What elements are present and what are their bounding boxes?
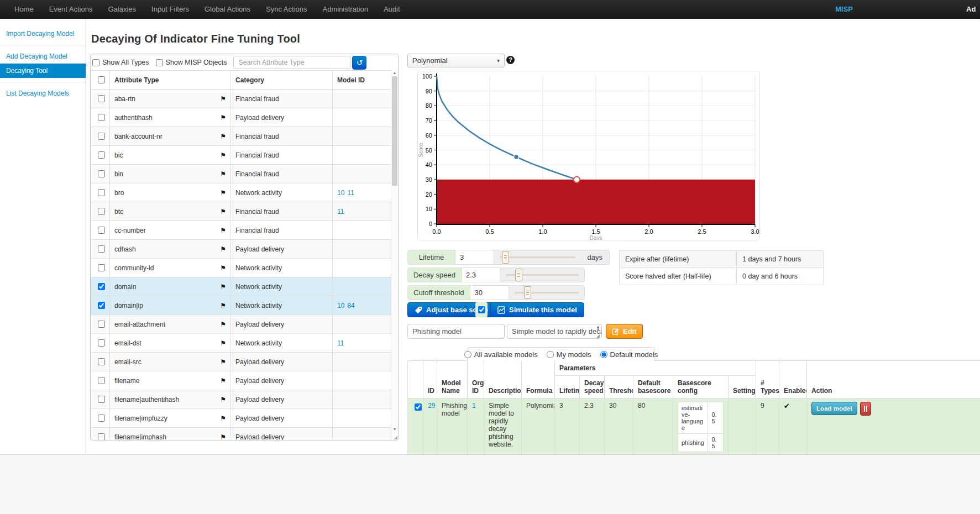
model-id-link[interactable]: 10 — [337, 302, 344, 310]
table-row: btc⚑Financial fraud11 — [91, 202, 392, 221]
attribute-row-checkbox[interactable] — [98, 133, 105, 140]
x-axis-label: Days — [590, 235, 602, 240]
show-all-types-checkbox[interactable] — [92, 59, 99, 66]
model-id-link[interactable]: 29 — [428, 402, 435, 410]
attribute-row-checkbox[interactable] — [98, 227, 105, 234]
model-id-link[interactable]: 84 — [347, 302, 354, 310]
formula-select[interactable]: Polynomial ▾ — [407, 54, 505, 67]
org-id-link[interactable]: 1 — [472, 402, 476, 410]
threshold-intersection-marker[interactable] — [574, 176, 580, 182]
adjust-base-score-checkbox[interactable] — [478, 306, 485, 313]
attribute-row-checkbox[interactable] — [98, 95, 105, 102]
category-label: Financial fraud — [231, 165, 333, 183]
edit-model-button[interactable]: Edit — [606, 324, 643, 339]
attribute-type-label: filename|imphash — [114, 433, 166, 441]
attribute-type-label: domain — [114, 283, 136, 291]
sidebar-item-import-decaying-model[interactable]: Import Decaying Model — [0, 27, 86, 41]
cutoff-threshold-area — [437, 180, 755, 224]
category-label: Network activity — [231, 183, 333, 202]
cutoff-threshold-slider-thumb[interactable] — [524, 286, 531, 299]
attribute-row-checkbox[interactable] — [98, 321, 105, 328]
lifetime-slider-thumb[interactable] — [502, 251, 509, 264]
refresh-button[interactable]: ↺ — [352, 56, 366, 70]
nav-item-event-actions[interactable]: Event Actions — [41, 0, 101, 18]
attribute-row-checkbox[interactable] — [98, 396, 105, 403]
show-misp-objects-toggle[interactable]: Show MISP Objects — [156, 59, 227, 66]
models-table-group-header: ID Model Name Org ID Description Formula… — [408, 361, 980, 376]
nav-item-sync-actions[interactable]: Sync Actions — [258, 0, 315, 18]
attribute-row-checkbox[interactable] — [98, 170, 105, 177]
resize-grip-icon[interactable]: ◢ — [394, 435, 397, 440]
lifetime-value-input[interactable] — [455, 250, 494, 264]
radio-option-all-available-models[interactable]: All available models — [464, 350, 538, 359]
radio-default-models[interactable] — [600, 351, 607, 358]
table-scrollbar[interactable]: ▲ ▼ ◢ — [391, 70, 398, 440]
select-all-checkbox[interactable] — [98, 76, 105, 83]
show-all-types-label: Show All Types — [102, 59, 149, 66]
attribute-type-label: cc-number — [114, 227, 146, 234]
model-description-textarea[interactable] — [507, 324, 602, 339]
category-label: Payload delivery — [231, 108, 333, 127]
nav-item-input-filters[interactable]: Input Filters — [144, 0, 197, 18]
nav-item-audit[interactable]: Audit — [376, 0, 408, 18]
search-attribute-input[interactable] — [233, 56, 350, 69]
decay-speed-value-input[interactable] — [462, 268, 500, 282]
load-model-button[interactable]: Load model — [811, 402, 857, 415]
model-id-link[interactable]: 11 — [337, 208, 344, 216]
decay-speed-slider-thumb[interactable] — [515, 269, 522, 281]
radio-option-my-models[interactable]: My models — [547, 350, 591, 359]
attribute-row-checkbox[interactable] — [98, 189, 105, 196]
decay-speed-slider-track[interactable] — [506, 268, 579, 282]
navbar-user-label[interactable]: Ad — [966, 0, 980, 18]
help-icon[interactable]: ? — [506, 56, 515, 64]
curve-point-marker[interactable] — [514, 155, 519, 160]
scrollbar-up-icon[interactable]: ▲ — [391, 71, 398, 75]
attribute-row-checkbox[interactable] — [98, 245, 105, 253]
flag-icon: ⚑ — [220, 358, 226, 366]
sidebar-item-decaying-tool[interactable]: Decaying Tool — [0, 64, 86, 78]
attribute-row-checkbox[interactable] — [98, 264, 105, 271]
radio-option-default-models[interactable]: Default models — [600, 350, 658, 359]
attribute-row-checkbox[interactable] — [98, 114, 105, 121]
model-row-checkbox[interactable] — [415, 403, 422, 411]
attribute-row-checkbox[interactable] — [98, 358, 105, 365]
attribute-type-panel: Show All Types Show MISP Objects ↺ Attri… — [90, 54, 399, 440]
nav-item-administration[interactable]: Administration — [315, 0, 376, 18]
lifetime-slider-track[interactable] — [500, 250, 575, 264]
model-id-link[interactable]: 11 — [347, 189, 354, 197]
attribute-row-checkbox[interactable] — [98, 377, 105, 384]
show-misp-objects-checkbox[interactable] — [156, 59, 163, 66]
attribute-row-checkbox[interactable] — [98, 339, 105, 347]
sidebar-item-list-decaying-models[interactable]: List Decaying Models — [0, 86, 86, 101]
attribute-row-checkbox[interactable] — [98, 415, 105, 422]
scrollbar-down-icon[interactable]: ▼ — [391, 427, 398, 431]
attribute-row-checkbox[interactable] — [98, 433, 105, 440]
model-id-link[interactable]: 10 — [337, 189, 344, 197]
cutoff-threshold-value-input[interactable] — [470, 286, 509, 300]
sidebar-divider — [0, 45, 86, 45]
attribute-row-checkbox[interactable] — [98, 283, 105, 290]
cutoff-threshold-slider-track[interactable] — [515, 286, 579, 300]
radio-my-models[interactable] — [547, 351, 554, 358]
textarea-spinner-icons[interactable]: ▲▼ — [595, 326, 601, 331]
simulate-model-button[interactable]: Simulate this model — [490, 302, 584, 317]
scrollbar-thumb[interactable] — [392, 76, 397, 186]
radio-label: My models — [557, 350, 591, 359]
model-id-link[interactable]: 11 — [337, 339, 344, 347]
nav-item-global-actions[interactable]: Global Actions — [197, 0, 258, 18]
pause-model-button[interactable] — [860, 402, 871, 416]
attribute-row-checkbox[interactable] — [98, 208, 105, 215]
textarea-resize-grip-icon[interactable]: ◢ — [596, 333, 600, 338]
pause-icon — [864, 406, 865, 412]
show-all-types-toggle[interactable]: Show All Types — [92, 59, 149, 66]
sidebar-item-add-decaying-model[interactable]: Add Decaying Model — [0, 49, 86, 64]
nav-item-galaxies[interactable]: Galaxies — [100, 0, 144, 18]
model-num-types-cell: 9 — [756, 398, 779, 455]
nav-item-home[interactable]: Home — [7, 0, 41, 18]
navbar-brand[interactable]: MISP — [835, 0, 853, 18]
radio-all-available-models[interactable] — [464, 351, 471, 358]
attribute-row-checkbox[interactable] — [98, 151, 105, 159]
model-name-input[interactable] — [407, 324, 505, 339]
table-row: authentihash⚑Payload delivery — [91, 108, 392, 127]
attribute-row-checkbox[interactable] — [98, 302, 105, 309]
